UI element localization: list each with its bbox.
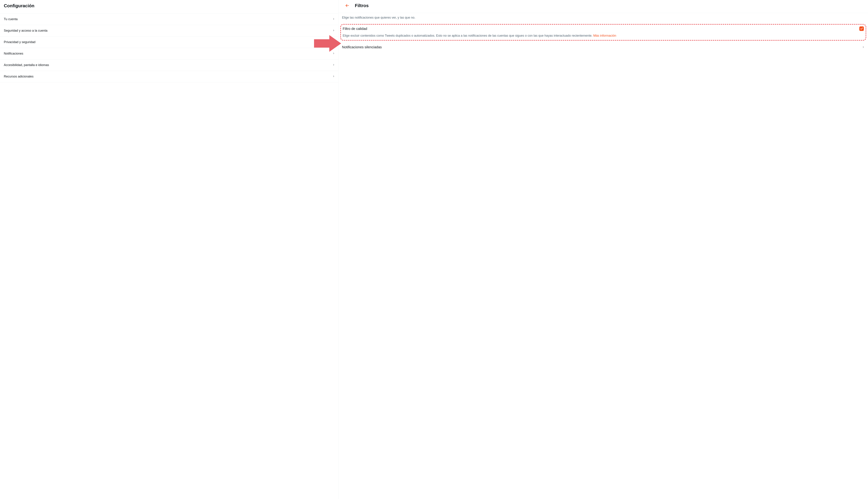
settings-sidebar: Configuración Tu cuenta Seguridad y acce… (0, 0, 339, 499)
quality-filter-header: Filtro de calidad (343, 26, 864, 31)
quality-filter-description-text: Elige excluir contenidos como Tweets dup… (343, 34, 593, 37)
chevron-right-icon (862, 45, 865, 49)
detail-header: Filtros (339, 0, 868, 13)
checkmark-icon (860, 27, 863, 30)
sidebar-item-privacy[interactable]: Privacidad y seguridad (0, 36, 338, 48)
sidebar-item-label: Privacidad y seguridad (4, 40, 35, 44)
quality-filter-checkbox[interactable] (859, 26, 864, 31)
sidebar-item-label: Notificaciones (4, 52, 23, 56)
chevron-right-icon (332, 75, 335, 78)
settings-menu: Tu cuenta Seguridad y acceso a la cuenta… (0, 13, 338, 82)
back-button[interactable] (344, 2, 350, 9)
sidebar-item-account[interactable]: Tu cuenta (0, 14, 338, 25)
sidebar-item-label: Recursos adicionales (4, 75, 34, 78)
sidebar-item-label: Tu cuenta (4, 17, 17, 21)
sidebar-item-notifications[interactable]: Notificaciones (0, 48, 338, 59)
quality-filter-description: Elige excluir contenidos como Tweets dup… (343, 33, 864, 38)
sidebar-item-label: Accesibilidad, pantalla e idiomas (4, 63, 49, 67)
quality-filter-title: Filtro de calidad (343, 27, 367, 31)
sidebar-item-resources[interactable]: Recursos adicionales (0, 71, 338, 82)
chevron-right-icon (332, 63, 335, 67)
muted-notifications-label: Notificaciones silenciadas (342, 45, 382, 49)
detail-title: Filtros (355, 3, 368, 8)
arrow-left-icon (345, 3, 349, 8)
settings-title: Configuración (0, 0, 338, 13)
detail-pane: Filtros Elige las notificaciones que qui… (339, 0, 868, 499)
quality-filter-section: Filtro de calidad Elige excluir contenid… (340, 24, 866, 41)
sidebar-item-label: Seguridad y acceso a la cuenta (4, 29, 47, 33)
chevron-right-icon (332, 17, 335, 21)
detail-intro: Elige las notificaciones que quieres ver… (339, 13, 868, 23)
muted-notifications-row[interactable]: Notificaciones silenciadas (339, 41, 868, 53)
chevron-right-icon (332, 29, 335, 33)
learn-more-link[interactable]: Más información (593, 34, 616, 37)
sidebar-item-security-access[interactable]: Seguridad y acceso a la cuenta (0, 25, 338, 36)
chevron-right-icon (332, 52, 335, 56)
sidebar-item-accessibility[interactable]: Accesibilidad, pantalla e idiomas (0, 59, 338, 71)
chevron-right-icon (332, 40, 335, 44)
